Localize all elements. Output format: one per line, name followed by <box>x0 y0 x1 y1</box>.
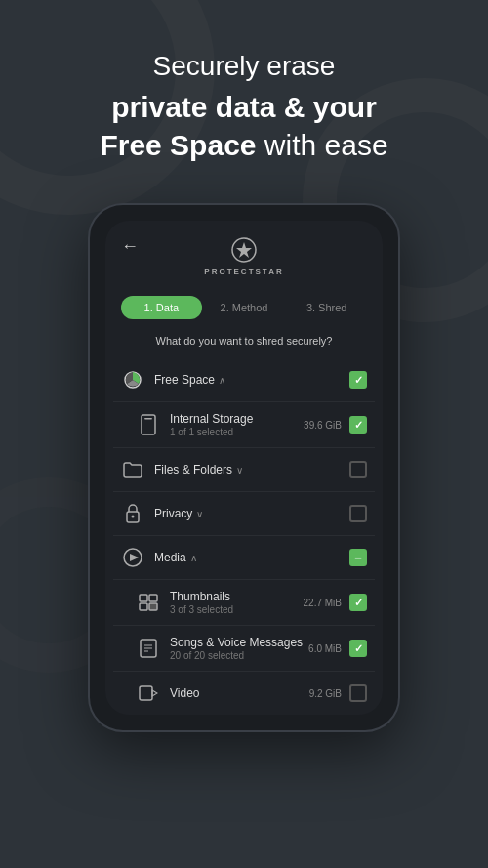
media-content: Media ∧ <box>154 551 349 564</box>
folder-icon <box>121 458 144 481</box>
songs-content: Songs & Voice Messages 20 of 20 selected <box>170 636 308 661</box>
video-checkbox[interactable] <box>349 684 367 702</box>
thumbnails-content: Thumbnails 3 of 3 selected <box>170 590 304 615</box>
header-freespace-bold: Free Space <box>100 129 256 161</box>
freespace-content: Free Space ∧ <box>154 373 349 387</box>
storage-subtitle: 1 of 1 selected <box>170 427 304 437</box>
header-line2: private data & your <box>29 88 459 126</box>
steps-bar: 1. Data 2. Method 3. Shred <box>121 296 367 319</box>
thumbnails-checkbox[interactable]: ✓ <box>349 594 367 611</box>
list-item-video[interactable]: Video 9.2 GiB <box>113 672 375 715</box>
step-method[interactable]: 2. Method <box>204 296 285 319</box>
logo-text: PROTECTSTAR <box>204 268 283 276</box>
media-checkbox[interactable]: − <box>349 549 367 566</box>
storage-icon <box>137 413 160 436</box>
svg-rect-16 <box>140 686 152 700</box>
header-bold-text: private data & your <box>111 91 377 123</box>
freespace-checkbox[interactable]: ✓ <box>349 371 367 389</box>
list-item-privacy[interactable]: Privacy ∨ <box>113 492 375 536</box>
files-chevron: ∨ <box>236 465 243 475</box>
logo-icon <box>230 236 258 264</box>
svg-rect-9 <box>149 595 157 601</box>
songs-subtitle: 20 of 20 selected <box>170 650 308 661</box>
video-title: Video <box>170 686 309 700</box>
question-text: What do you want to shred securely? <box>105 331 383 358</box>
files-content: Files & Folders ∨ <box>154 463 349 476</box>
thumbnails-title: Thumbnails <box>170 590 304 603</box>
svg-marker-7 <box>130 554 139 561</box>
phone-frame: ← PROTECTSTAR 1. Data 2. Method 3. <box>88 203 400 732</box>
items-list: Free Space ∧ ✓ <box>105 358 383 715</box>
storage-content: Internal Storage 1 of 1 selected <box>170 412 304 437</box>
files-checkbox[interactable] <box>349 461 367 478</box>
header-line1: Securely erase <box>29 49 459 84</box>
songs-checkbox[interactable]: ✓ <box>349 640 367 657</box>
lock-icon <box>121 502 144 525</box>
header-section: Securely erase private data & your Free … <box>0 0 488 184</box>
svg-rect-11 <box>149 603 157 610</box>
thumbnails-subtitle: 3 of 3 selected <box>170 604 304 615</box>
header-line3: Free Space with ease <box>29 126 459 164</box>
phone-screen: ← PROTECTSTAR 1. Data 2. Method 3. <box>105 221 383 715</box>
list-item-media[interactable]: Media ∧ − <box>113 536 375 580</box>
storage-size: 39.6 GiB <box>304 420 342 431</box>
svg-rect-10 <box>140 603 147 610</box>
phone-mockup: ← PROTECTSTAR 1. Data 2. Method 3. <box>0 203 488 732</box>
step-shred[interactable]: 3. Shred <box>286 296 367 319</box>
step-data[interactable]: 1. Data <box>121 296 202 319</box>
video-size: 9.2 GiB <box>309 688 342 699</box>
list-item-files[interactable]: Files & Folders ∨ <box>113 448 375 492</box>
thumbnails-size: 22.7 MiB <box>304 598 342 608</box>
back-button[interactable]: ← <box>121 236 139 257</box>
songs-title: Songs & Voice Messages <box>170 636 308 649</box>
svg-rect-3 <box>144 418 152 420</box>
music-icon <box>137 637 160 660</box>
list-item-thumbnails[interactable]: Thumbnails 3 of 3 selected 22.7 MiB ✓ <box>113 580 375 626</box>
privacy-chevron: ∨ <box>196 509 203 519</box>
app-header: ← PROTECTSTAR <box>105 221 383 284</box>
pie-chart-icon <box>121 368 144 392</box>
list-item-songs[interactable]: Songs & Voice Messages 20 of 20 selected… <box>113 626 375 672</box>
video-content: Video <box>170 686 309 700</box>
freespace-chevron: ∧ <box>219 375 225 386</box>
privacy-title: Privacy ∨ <box>154 507 349 520</box>
thumbnail-icon <box>137 591 160 614</box>
freespace-title: Free Space ∧ <box>154 373 349 387</box>
storage-title: Internal Storage <box>170 412 304 426</box>
media-chevron: ∧ <box>190 553 197 563</box>
play-icon <box>121 546 144 569</box>
svg-point-5 <box>132 516 135 518</box>
privacy-checkbox[interactable] <box>349 505 367 522</box>
privacy-content: Privacy ∨ <box>154 507 349 520</box>
video-icon <box>137 682 160 705</box>
media-title: Media ∧ <box>154 551 349 564</box>
files-title: Files & Folders ∨ <box>154 463 349 476</box>
logo-area: PROTECTSTAR <box>204 236 283 276</box>
header-ease-text: with ease <box>257 129 388 161</box>
storage-checkbox[interactable]: ✓ <box>349 416 367 434</box>
list-item-storage[interactable]: Internal Storage 1 of 1 selected 39.6 Gi… <box>113 402 375 448</box>
svg-rect-8 <box>140 595 147 601</box>
list-item-freespace[interactable]: Free Space ∧ ✓ <box>113 358 375 402</box>
svg-marker-1 <box>236 242 252 258</box>
songs-size: 6.0 MiB <box>308 643 342 654</box>
